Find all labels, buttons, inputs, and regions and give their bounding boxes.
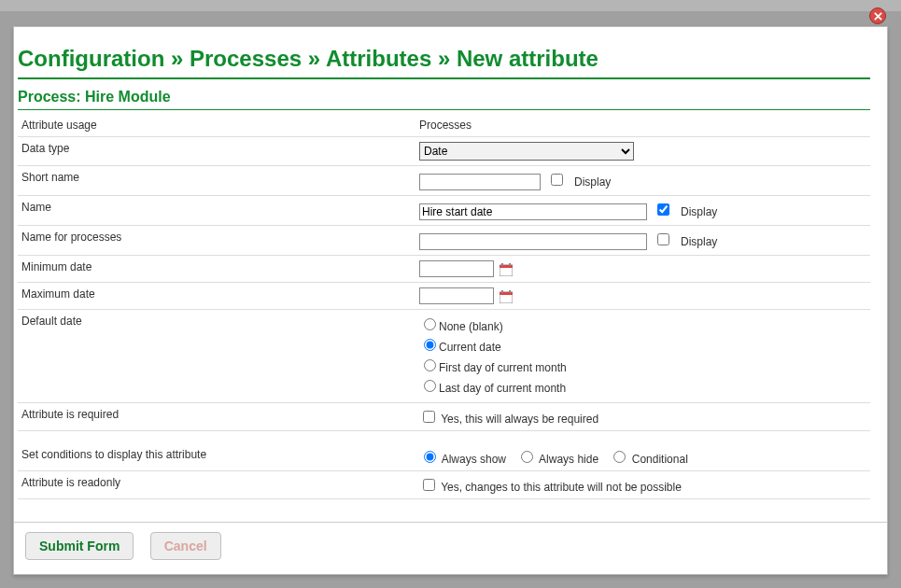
label-minimum-date: Minimum date [18, 256, 415, 283]
calendar-icon[interactable] [500, 290, 513, 303]
required-text: Yes, this will always be required [441, 413, 598, 426]
short-name-input[interactable] [419, 174, 541, 190]
process-title: Process: Hire Module [18, 89, 870, 110]
breadcrumb-part[interactable]: Configuration [18, 46, 164, 71]
label-data-type: Data type [18, 137, 415, 166]
name-for-processes-display-checkbox[interactable] [657, 233, 669, 245]
display-label: Display [681, 205, 717, 218]
breadcrumb: Configuration » Processes » Attributes »… [18, 46, 870, 79]
name-input[interactable] [419, 203, 647, 220]
cancel-button[interactable]: Cancel [150, 532, 221, 560]
readonly-text: Yes, changes to this attribute will not … [441, 481, 682, 494]
breadcrumb-part: New attribute [457, 46, 598, 71]
default-date-first-radio[interactable] [424, 359, 436, 371]
cond-conditional-radio[interactable] [613, 451, 626, 463]
label-readonly: Attribute is readonly [18, 471, 415, 499]
svg-rect-2 [501, 263, 503, 266]
modal-dialog: Configuration » Processes » Attributes »… [13, 26, 888, 575]
short-name-display-checkbox[interactable] [551, 174, 563, 186]
name-display-checkbox[interactable] [657, 203, 669, 216]
label-attribute-usage: Attribute usage [18, 114, 415, 137]
cond-always-show-radio[interactable] [424, 451, 436, 463]
value-attribute-usage: Processes [415, 114, 870, 137]
label-maximum-date: Maximum date [18, 283, 415, 310]
label-default-date: Default date [18, 310, 415, 403]
scroll-area[interactable]: Configuration » Processes » Attributes »… [14, 27, 887, 514]
calendar-icon[interactable] [500, 263, 513, 276]
name-for-processes-input[interactable] [419, 233, 647, 250]
svg-rect-3 [509, 263, 511, 266]
button-bar: Submit Form Cancel [14, 522, 887, 574]
submit-button[interactable]: Submit Form [25, 532, 134, 560]
display-label: Display [681, 235, 717, 248]
cond-always-hide-radio[interactable] [521, 451, 533, 463]
close-icon[interactable] [869, 7, 886, 24]
readonly-checkbox[interactable] [423, 479, 435, 491]
default-date-current-radio[interactable] [424, 339, 436, 351]
data-type-select[interactable]: Date [419, 142, 634, 161]
label-display-conditions: Set conditions to display this attribute [18, 431, 415, 471]
maximum-date-input[interactable] [419, 287, 494, 304]
required-checkbox[interactable] [423, 411, 435, 423]
form-table: Attribute usage Processes Data type Date… [18, 114, 870, 499]
breadcrumb-part[interactable]: Processes [190, 46, 302, 71]
breadcrumb-part[interactable]: Attributes [326, 46, 431, 71]
display-label: Display [574, 175, 611, 189]
svg-rect-7 [509, 290, 511, 293]
label-name: Name [18, 196, 415, 226]
default-date-none-radio[interactable] [424, 318, 436, 330]
minimum-date-input[interactable] [419, 260, 494, 277]
svg-rect-6 [501, 290, 503, 293]
label-short-name: Short name [18, 166, 415, 196]
label-required: Attribute is required [18, 403, 415, 431]
label-name-for-processes: Name for processes [18, 226, 415, 256]
default-date-last-radio[interactable] [424, 380, 436, 392]
